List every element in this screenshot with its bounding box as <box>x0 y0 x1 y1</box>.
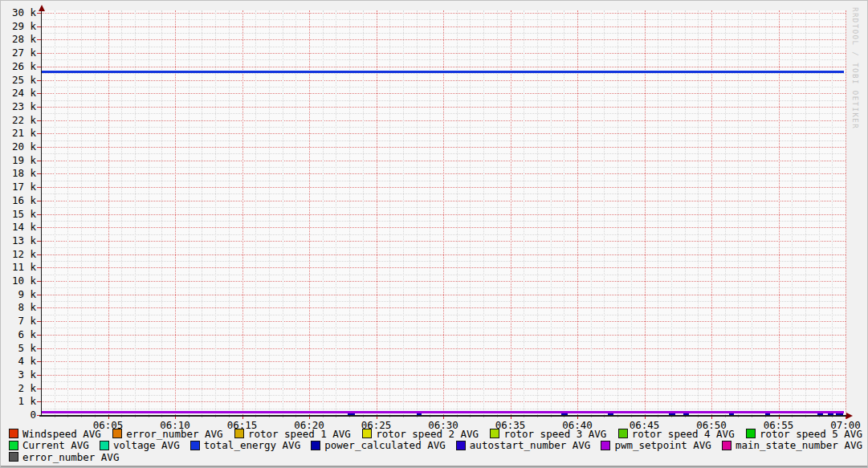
legend-item: rotor speed 3 AVG <box>490 429 606 439</box>
y-axis-label: 15 k <box>4 209 36 220</box>
y-axis-label: 4 k <box>4 356 36 367</box>
total-energy-line <box>41 71 844 73</box>
x-axis-arrow-icon <box>846 413 853 419</box>
y-axis-arrow-icon <box>39 5 45 11</box>
x-axis-line <box>39 415 847 417</box>
x-major-gridline <box>846 10 846 415</box>
legend-item: error_number AVG <box>112 429 222 439</box>
y-axis-label: 22 k <box>4 115 36 126</box>
legend-color-swatch <box>234 429 244 438</box>
legend-item: rotor speed 2 AVG <box>362 429 479 439</box>
y-axis-label: 10 k <box>4 275 36 287</box>
legend-color-swatch <box>9 452 18 462</box>
legend-color-swatch <box>190 441 200 450</box>
rrdtool-graph: 01 k2 k3 k4 k5 k6 k7 k8 k9 k10 k11 k12 k… <box>0 0 868 468</box>
legend-row: Windspeed AVGerror_number AVGrotor speed… <box>9 428 862 439</box>
legend-row: Current AVGvoltage AVGtotal_energy AVGpo… <box>9 440 862 451</box>
legend-item-label: Current AVG <box>22 440 89 450</box>
legend-color-swatch <box>456 441 466 450</box>
y-axis-label: 2 k <box>4 383 36 394</box>
y-axis-label: 21 k <box>4 128 36 139</box>
y-axis-label: 27 k <box>4 47 36 59</box>
legend-item: Windspeed AVG <box>9 429 101 439</box>
y-axis-label: 29 k <box>4 21 36 32</box>
legend-item-label: rotor speed 2 AVG <box>376 429 479 439</box>
legend-item-label: rotor speed 5 AVG <box>760 429 862 439</box>
legend-color-swatch <box>112 429 122 438</box>
watermark-text: RRDTOOL / TOBI OETIKER <box>851 7 859 129</box>
y-axis-label: 26 k <box>4 61 36 72</box>
legend-item-label: power_calculated AVG <box>324 440 446 450</box>
y-axis-label: 5 k <box>4 343 36 354</box>
legend-item-label: rotor speed 4 AVG <box>632 429 735 439</box>
legend-color-swatch <box>9 429 18 438</box>
legend-item-label: rotor speed 1 AVG <box>248 429 351 439</box>
legend-row: error_number AVG <box>9 451 862 462</box>
legend-item: total_energy AVG <box>190 440 300 450</box>
y-axis-label: 30 k <box>4 7 36 18</box>
legend-item-label: rotor speed 3 AVG <box>503 429 606 439</box>
y-axis-label: 25 k <box>4 75 36 86</box>
legend-item: main_state_number AVG <box>722 440 862 450</box>
legend-color-swatch <box>311 441 320 450</box>
y-axis-label: 24 k <box>4 87 36 99</box>
legend-item: power_calculated AVG <box>311 440 446 450</box>
legend-item-label: error_number AVG <box>126 429 222 439</box>
legend-color-swatch <box>100 441 109 450</box>
y-axis-line <box>41 7 42 417</box>
y-axis-label: 3 k <box>4 369 36 381</box>
legend-item-label: voltage AVG <box>113 440 180 450</box>
y-axis-label: 8 k <box>4 302 36 313</box>
legend-item: Current AVG <box>9 440 89 450</box>
legend-item: rotor speed 5 AVG <box>746 429 862 439</box>
legend-item-label: main_state_number AVG <box>736 440 862 450</box>
legend: Windspeed AVGerror_number AVGrotor speed… <box>9 428 862 463</box>
y-axis-label: 16 k <box>4 195 36 206</box>
legend-color-swatch <box>722 441 731 450</box>
y-axis-label: 11 k <box>4 262 36 273</box>
y-axis-label: 19 k <box>4 155 36 166</box>
y-axis-label: 12 k <box>4 249 36 260</box>
y-axis-label: 18 k <box>4 168 36 179</box>
legend-color-swatch <box>601 441 610 450</box>
legend-item: autostart_number AVG <box>456 440 591 450</box>
y-axis-label: 28 k <box>4 34 36 45</box>
legend-color-swatch <box>9 441 18 450</box>
y-axis-label: 20 k <box>4 141 36 153</box>
y-axis-label: 1 k <box>4 396 36 407</box>
y-axis-label: 17 k <box>4 181 36 193</box>
legend-item: rotor speed 4 AVG <box>618 429 735 439</box>
legend-color-swatch <box>618 429 628 438</box>
legend-item: pwm_setpoint AVG <box>601 440 711 450</box>
legend-item-label: total_energy AVG <box>204 440 300 450</box>
y-axis-label: 6 k <box>4 329 36 340</box>
legend-item-label: autostart_number AVG <box>470 440 591 450</box>
legend-item: voltage AVG <box>100 440 180 450</box>
legend-item-label: Windspeed AVG <box>22 429 101 439</box>
legend-item-label: error_number AVG <box>22 452 119 462</box>
y-axis-label: 13 k <box>4 235 36 246</box>
y-axis-label: 9 k <box>4 289 36 300</box>
y-axis-label: 0 <box>4 409 36 421</box>
legend-color-swatch <box>490 429 499 438</box>
legend-item-label: pwm_setpoint AVG <box>614 440 711 450</box>
legend-color-swatch <box>746 429 756 438</box>
y-axis-label: 14 k <box>4 222 36 233</box>
y-axis-label: 7 k <box>4 315 36 327</box>
pwm-setpoint-line <box>41 411 844 413</box>
legend-item: error_number AVG <box>9 452 119 462</box>
legend-item: rotor speed 1 AVG <box>234 429 351 439</box>
legend-color-swatch <box>362 429 372 438</box>
y-axis-label: 23 k <box>4 101 36 112</box>
